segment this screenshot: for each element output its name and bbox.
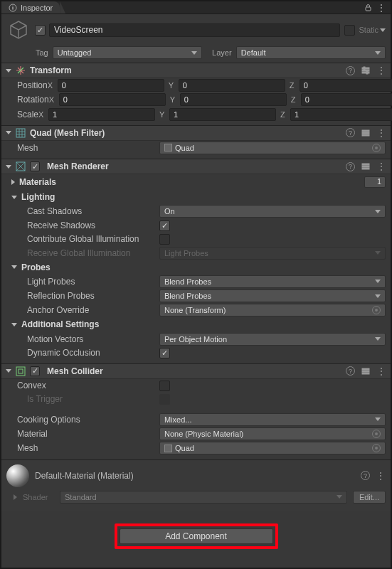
lighting-foldout[interactable]: Lighting (1, 190, 391, 204)
receive-gi-row: Receive Global Illumination Light Probes (1, 246, 391, 260)
cooking-options-row: Cooking Options Mixed... (1, 413, 391, 427)
lock-icon (364, 4, 372, 11)
foldout-icon[interactable] (11, 179, 15, 185)
mesh-collider-icon (15, 366, 26, 377)
svg-rect-21 (362, 373, 369, 374)
add-component-button[interactable]: Add Component (120, 528, 273, 544)
foldout-icon[interactable] (6, 69, 11, 73)
edit-material-button[interactable]: Edit... (353, 491, 386, 504)
component-menu-icon[interactable]: ⋮ (376, 471, 386, 481)
material-preview-icon[interactable] (6, 464, 29, 487)
preset-icon[interactable] (361, 128, 371, 138)
cooking-options-dropdown[interactable]: Mixed... (159, 413, 386, 426)
mesh-renderer-icon (15, 161, 26, 172)
gameobject-icon[interactable] (6, 18, 31, 42)
material-title: Default-Material (Material) (35, 471, 134, 481)
shader-label: Shader (23, 493, 54, 501)
mesh-renderer-enable-checkbox[interactable] (30, 161, 40, 171)
component-menu-icon[interactable]: ⋮ (376, 366, 386, 376)
receive-shadows-checkbox[interactable] (159, 220, 170, 231)
additional-settings-foldout[interactable]: Additional Settings (1, 317, 391, 331)
gameobject-active-checkbox[interactable] (35, 25, 46, 36)
svg-rect-7 (364, 67, 365, 70)
svg-rect-15 (362, 166, 369, 167)
contribute-gi-checkbox[interactable] (159, 234, 170, 245)
kebab-menu-icon[interactable]: ⋮ (376, 3, 386, 13)
reflection-probes-dropdown[interactable]: Blend Probes (159, 289, 386, 302)
rotation-z-input[interactable] (301, 93, 392, 106)
help-icon[interactable]: ? (346, 128, 355, 137)
mesh-filter-header[interactable]: Quad (Mesh Filter) ? ⋮ (1, 125, 391, 141)
light-probes-dropdown[interactable]: Blend Probes (159, 275, 386, 288)
preset-icon[interactable] (361, 65, 371, 75)
layer-dropdown[interactable]: Default (236, 46, 386, 59)
svg-rect-12 (362, 134, 369, 136)
mesh-collider-enable-checkbox[interactable] (30, 366, 40, 376)
svg-rect-11 (362, 132, 369, 134)
mesh-filter-mesh-row: Mesh Quad (1, 141, 391, 155)
rotation-x-input[interactable] (59, 93, 166, 106)
convex-row: Convex (1, 379, 391, 393)
layer-label: Layer (212, 48, 232, 57)
gameobject-name-input[interactable] (49, 23, 340, 37)
tab-strip: Inspector ⋮ (1, 1, 391, 14)
svg-rect-17 (16, 367, 25, 376)
mesh-collider-mesh-field[interactable]: Quad (159, 442, 386, 454)
materials-foldout[interactable]: Materials 1 (1, 174, 391, 190)
mesh-filter-mesh-field[interactable]: Quad (159, 142, 386, 154)
mesh-collider-header[interactable]: Mesh Collider ? ⋮ (1, 363, 391, 379)
inspector-panel: Inspector ⋮ Static Tag Untagged Layer De… (0, 0, 392, 569)
component-menu-icon[interactable]: ⋮ (376, 128, 386, 138)
foldout-icon[interactable] (11, 196, 17, 199)
scale-z-input[interactable] (290, 108, 392, 121)
shader-dropdown[interactable]: Standard (60, 491, 347, 504)
position-x-input[interactable] (58, 79, 164, 92)
cast-shadows-dropdown[interactable]: On (159, 205, 386, 218)
probes-foldout[interactable]: Probes (1, 260, 391, 275)
convex-checkbox[interactable] (159, 381, 170, 391)
scale-y-input[interactable] (169, 108, 276, 121)
scale-x-input[interactable] (48, 108, 155, 121)
mesh-collider-mesh-row: Mesh Quad (1, 441, 391, 455)
preset-icon[interactable] (361, 366, 371, 376)
component-menu-icon[interactable]: ⋮ (376, 65, 386, 75)
tag-dropdown[interactable]: Untagged (53, 46, 202, 59)
static-toggle[interactable]: Static (344, 25, 386, 36)
svg-rect-14 (362, 164, 369, 165)
position-y-input[interactable] (179, 79, 285, 92)
transform-component-header[interactable]: Transform ? ⋮ (1, 63, 391, 78)
object-picker-icon (372, 444, 381, 452)
material-row: Material None (Physic Material) (1, 427, 391, 441)
receive-shadows-row: Receive Shadows (1, 219, 391, 233)
preset-icon[interactable] (361, 161, 371, 171)
receive-gi-dropdown: Light Probes (159, 247, 386, 260)
foldout-icon[interactable] (6, 369, 11, 373)
rotation-row: Rotation X Y Z (1, 92, 391, 107)
help-icon[interactable]: ? (361, 471, 370, 480)
tab-label: Inspector (21, 4, 53, 12)
position-z-input[interactable] (300, 79, 392, 92)
help-icon[interactable]: ? (346, 366, 355, 376)
rotation-y-input[interactable] (180, 93, 287, 106)
foldout-icon[interactable] (11, 323, 17, 326)
physic-material-field[interactable]: None (Physic Material) (159, 427, 386, 440)
motion-vectors-dropdown[interactable]: Per Object Motion (159, 333, 386, 346)
component-menu-icon[interactable]: ⋮ (376, 161, 386, 171)
foldout-icon[interactable] (6, 131, 11, 134)
anchor-override-row: Anchor Override None (Transform) (1, 303, 391, 317)
foldout-icon[interactable] (14, 494, 17, 500)
transform-icon (15, 65, 26, 76)
foldout-icon[interactable] (11, 265, 17, 269)
tab-inspector[interactable]: Inspector (1, 1, 60, 14)
anchor-override-field[interactable]: None (Transform) (159, 304, 386, 317)
materials-count[interactable]: 1 (364, 176, 386, 188)
dynamic-occlusion-checkbox[interactable] (159, 348, 170, 358)
help-icon[interactable]: ? (346, 162, 355, 171)
foldout-icon[interactable] (6, 165, 11, 169)
is-trigger-row: Is Trigger (1, 393, 391, 406)
tab-options[interactable]: ⋮ (360, 1, 391, 14)
help-icon[interactable]: ? (346, 66, 355, 75)
mesh-renderer-header[interactable]: Mesh Renderer ? ⋮ (1, 159, 391, 174)
mesh-filter-icon (15, 127, 26, 139)
svg-rect-18 (18, 369, 23, 373)
